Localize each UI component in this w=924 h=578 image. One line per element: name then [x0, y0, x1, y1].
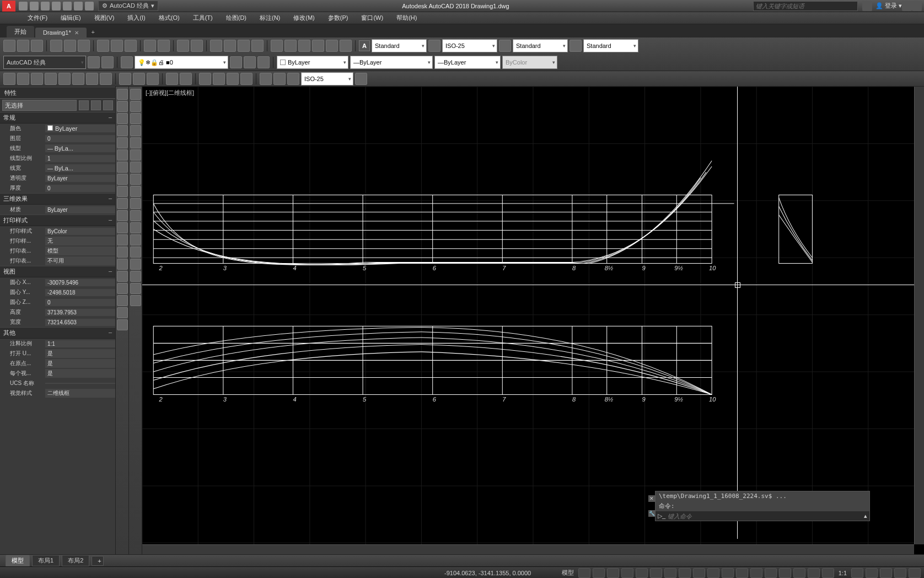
lock-ui-icon[interactable]	[808, 568, 820, 578]
tablestyle-dropdown[interactable]: Standard	[513, 39, 568, 52]
paste-icon[interactable]	[125, 40, 137, 52]
addselected-icon[interactable]	[117, 319, 128, 330]
erase-icon[interactable]	[130, 89, 141, 100]
open-file-icon[interactable]	[17, 40, 29, 52]
menu-draw[interactable]: 绘图(D)	[219, 12, 253, 24]
print-icon[interactable]	[50, 40, 62, 52]
block-icon[interactable]	[158, 40, 170, 52]
undo-icon[interactable]	[74, 2, 83, 10]
basket-icon[interactable]	[912, 1, 922, 11]
vertical-scrollbar[interactable]	[914, 87, 924, 544]
extend-icon[interactable]	[130, 210, 141, 221]
rotate-icon[interactable]	[130, 162, 141, 173]
ortho-toggle-icon[interactable]	[636, 568, 648, 578]
infocenter-icon[interactable]	[862, 1, 872, 11]
selection-dropdown[interactable]: 无选择	[2, 100, 77, 111]
help-search-input[interactable]	[753, 1, 858, 11]
publish-icon[interactable]	[78, 40, 90, 52]
dim-ordinate-icon[interactable]	[45, 73, 57, 85]
calc-icon[interactable]	[340, 40, 352, 52]
group-3d[interactable]: 三维效果–	[0, 193, 115, 205]
isolate-icon[interactable]	[880, 568, 892, 578]
prop-visualstyle[interactable]: 视觉样式二维线框	[0, 388, 115, 398]
save-file-icon[interactable]	[31, 40, 43, 52]
menu-file[interactable]: 文件(F)	[21, 12, 54, 24]
menu-modify[interactable]: 修改(M)	[287, 12, 321, 24]
dim-jogged-icon[interactable]	[72, 73, 84, 85]
3dosnap-icon[interactable]	[693, 568, 705, 578]
close-icon[interactable]: ✕	[74, 30, 79, 36]
mlstyle-dropdown[interactable]: Standard	[583, 39, 638, 52]
cleanscreen-icon[interactable]	[894, 568, 906, 578]
break-icon[interactable]	[130, 234, 141, 245]
tab-layout2[interactable]: 布局2	[62, 555, 89, 566]
layer-freeze-icon[interactable]	[230, 56, 242, 68]
preview-icon[interactable]	[64, 40, 76, 52]
ws-more-icon[interactable]	[101, 56, 114, 68]
group-general[interactable]: 常规–	[0, 112, 115, 124]
save-icon[interactable]	[41, 2, 50, 10]
isodraft-icon[interactable]	[664, 568, 676, 578]
pan-icon[interactable]	[210, 40, 222, 52]
color-dropdown[interactable]: ByLayer	[277, 56, 348, 69]
prop-plotstyle2[interactable]: 打印样...无	[0, 236, 115, 246]
tolerance-icon[interactable]	[199, 73, 211, 85]
polygon-icon[interactable]	[117, 125, 128, 136]
add-layout-button[interactable]: +	[92, 556, 104, 566]
workspace-select[interactable]: AutoCAD 经典	[3, 56, 86, 69]
annoscale-icon[interactable]	[822, 568, 834, 578]
markup-icon[interactable]	[326, 40, 338, 52]
menu-dimension[interactable]: 标注(N)	[253, 12, 287, 24]
group-view[interactable]: 视图–	[0, 266, 115, 277]
makeblock-icon[interactable]	[117, 234, 128, 245]
offset-icon[interactable]	[130, 125, 141, 136]
group-plotstyle[interactable]: 打印样式–	[0, 215, 115, 226]
blend-icon[interactable]	[130, 283, 141, 294]
annotation-monitor-icon[interactable]	[765, 568, 777, 578]
prop-layer[interactable]: 图层0	[0, 133, 115, 143]
menu-help[interactable]: 帮助(H)	[390, 12, 423, 24]
prop-ucsname[interactable]: UCS 名称	[0, 378, 115, 388]
cut-icon[interactable]	[97, 40, 109, 52]
horizontal-scrollbar[interactable]	[142, 544, 914, 554]
insert-icon[interactable]	[117, 222, 128, 233]
layer-manager-icon[interactable]	[121, 56, 133, 68]
sheetset-icon[interactable]	[312, 40, 324, 52]
customize-icon[interactable]	[909, 568, 921, 578]
wrench-icon[interactable]: 🔧	[648, 510, 655, 517]
dim-edit-icon[interactable]	[260, 73, 272, 85]
dim-continue-icon[interactable]	[147, 73, 159, 85]
match-icon[interactable]	[144, 40, 156, 52]
mlstyle-icon[interactable]	[570, 40, 582, 52]
dim-angular-icon[interactable]	[100, 73, 112, 85]
exchange-icon[interactable]	[902, 1, 912, 11]
menu-tools[interactable]: 工具(T)	[186, 12, 219, 24]
undo-button[interactable]	[177, 40, 189, 52]
xline-icon[interactable]	[117, 101, 128, 112]
zoom-prev-icon[interactable]	[251, 40, 264, 52]
infer-toggle-icon[interactable]	[607, 568, 619, 578]
app-logo[interactable]: A	[2, 1, 15, 12]
array-icon[interactable]	[130, 137, 141, 148]
explode-icon[interactable]	[130, 295, 141, 306]
prop-openucs[interactable]: 打开 U...是	[0, 349, 115, 358]
ws-settings-icon[interactable]	[88, 56, 100, 68]
menu-window[interactable]: 窗口(W)	[354, 12, 390, 24]
props-icon[interactable]	[271, 40, 283, 52]
dim-diameter-icon[interactable]	[86, 73, 98, 85]
prop-transparency[interactable]: 透明度ByLayer	[0, 173, 115, 183]
prop-lineweight[interactable]: 线宽— ByLa...	[0, 163, 115, 173]
ellipse-icon[interactable]	[117, 198, 128, 209]
zoom-icon[interactable]	[224, 40, 236, 52]
dim-quick-icon[interactable]	[119, 73, 131, 85]
scale-icon[interactable]	[130, 174, 141, 185]
dim-linear-icon[interactable]	[3, 73, 15, 85]
prop-ltscale[interactable]: 线型比例1	[0, 153, 115, 163]
plot-icon[interactable]	[63, 2, 72, 10]
new-icon[interactable]	[19, 2, 28, 10]
workspace-dropdown[interactable]: ⚙ AutoCAD 经典 ▾	[98, 1, 158, 11]
dim-aligned-icon[interactable]	[17, 73, 29, 85]
table-icon[interactable]	[117, 295, 128, 306]
dimstyle-icon[interactable]	[428, 40, 440, 52]
new-file-icon[interactable]	[3, 40, 15, 52]
